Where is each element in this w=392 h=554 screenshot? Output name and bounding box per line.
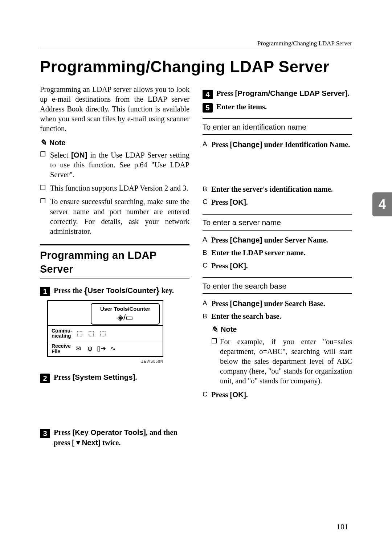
change-label: [Change] [230,236,262,244]
step-5: 5 Enter the items. [203,102,352,112]
note-heading-text: Note [49,138,65,147]
ok-label: [OK] [230,390,246,399]
running-head: Programming/Changing LDAP Server [40,40,352,47]
substep: CPress [OK]. [211,390,352,400]
note-heading: ✎ Note [211,324,352,335]
tray-icon: ⬚ [99,329,107,337]
mail-icon: ✉ [74,345,82,353]
note-item: Select [ON] in the Use LDAP Server setti… [50,150,189,180]
activity-icon: ∿ [109,345,117,353]
substep: BEnter the search base. [211,311,352,321]
section-heading: Programming an LDAP Server [40,244,189,279]
step-4: 4 Press [Program/Change LDAP Server]. [203,88,352,98]
substep: APress [Change] under Search Base. [211,298,352,309]
key-operator-tools-label: [Key Operator Tools] [72,428,146,436]
note-heading: ✎ Note [40,137,189,148]
ok-label: [OK] [230,198,246,206]
system-settings-label: [System Settings] [72,373,135,381]
user-tools-counter-key: User Tools/Counter [87,286,156,294]
step-1: 1 Press the {User Tools/Counter} key. [40,285,189,297]
chapter-tab: 4 [372,192,392,216]
substep: CPress [OK]. [211,197,352,207]
substep: BEnter the LDAP server name. [211,248,352,258]
receive-file-label: Receive File [52,343,71,354]
change-label: [Change] [230,140,262,148]
screenshot-placeholder [203,152,352,184]
screenshot-placeholder [40,384,189,416]
doc-arrow-icon: ▯➔ [98,345,106,353]
diamond-counter-icon: ◈/▭ [117,313,133,322]
subsection-heading: To enter an identification name [203,118,352,135]
step-number-icon: 5 [203,103,213,113]
step-number-icon: 4 [203,90,213,99]
next-label: [▼Next] [72,438,100,447]
user-tools-counter-button: User Tools/Counter ◈/▭ [91,303,160,325]
ok-label: [OK] [230,261,246,270]
note-item: For example, if you enter "ou=sales depa… [220,337,352,386]
step-2: 2 Press [System Settings]. [40,372,189,382]
step-number-icon: 3 [40,429,50,438]
intro-paragraph: Programming an LDAP server allows you to… [40,85,189,134]
subsection-heading: To enter a server name [203,214,352,231]
control-panel-figure: User Tools/Counter ◈/▭ Commu- nicating ⬚… [47,300,163,357]
usb-icon: ψ [86,345,94,353]
subsection-heading: To enter the search base [203,277,352,294]
tray-icon: ⬚ [76,329,84,337]
substep: APress [Change] under Server Name. [211,235,352,245]
substep: CPress [OK]. [211,261,352,271]
tray-icon: ⬚ [87,329,95,337]
program-change-ldap-label: [Program/Change LDAP Server] [235,89,347,97]
page-number: 101 [336,522,348,531]
on-label: [ON] [71,151,87,159]
note-item: This function supports LDAP Version 2 an… [50,183,189,193]
step-number-icon: 1 [40,287,50,296]
page-title: Programming/Changing LDAP Server [40,58,352,76]
note-heading-text: Note [221,325,237,334]
figure-code: ZEWS050N [47,359,163,364]
step-3: 3 Press [Key Operator Tools], and then p… [40,427,189,448]
substep: APress [Change] under Identification Nam… [211,139,352,150]
change-label: [Change] [230,299,262,307]
step-number-icon: 2 [40,374,50,383]
substep: BEnter the server's identification name. [211,184,352,194]
pencil-icon: ✎ [40,137,46,148]
communicating-label: Commu- nicating [52,328,72,339]
note-item: To ensure successful searching, make sur… [50,197,189,236]
header-rule [40,48,352,48]
left-column: Programming an LDAP server allows you to… [40,85,189,450]
right-column: 4 Press [Program/Change LDAP Server]. 5 … [203,85,352,450]
pencil-icon: ✎ [211,324,218,335]
